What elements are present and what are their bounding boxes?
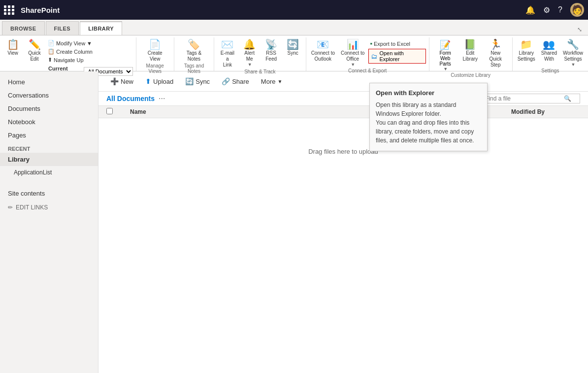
tab-library[interactable]: LIBRARY bbox=[80, 21, 122, 35]
connect-outlook-icon: 📧 bbox=[317, 39, 329, 49]
waffle-icon[interactable] bbox=[4, 5, 15, 15]
sync-label: Sync bbox=[288, 50, 298, 56]
drag-files-label: Drag files here to upload bbox=[308, 148, 378, 155]
new-plus-icon: ➕ bbox=[110, 77, 119, 85]
upload-button[interactable]: ⬆ Upload bbox=[141, 75, 177, 87]
connect-outlook-button[interactable]: 📧 Connect toOutlook bbox=[309, 38, 337, 63]
upload-label: Upload bbox=[153, 78, 173, 85]
view-button[interactable]: 📋 View bbox=[3, 38, 23, 57]
sidebar-item-documents[interactable]: Documents bbox=[0, 102, 98, 115]
sidebar-item-home[interactable]: Home bbox=[0, 75, 98, 89]
more-chevron-icon: ▼ bbox=[277, 79, 282, 84]
library-settings-button[interactable]: 📁 LibrarySettings bbox=[516, 38, 537, 63]
new-quick-step-icon: 🏃 bbox=[490, 39, 502, 49]
export-excel-label: Export to Excel bbox=[374, 41, 410, 47]
share-toolbar-button[interactable]: 🔗 Share bbox=[218, 75, 253, 87]
quick-edit-icon: ✏️ bbox=[29, 39, 41, 49]
create-view-button[interactable]: 📄 CreateView bbox=[145, 38, 165, 63]
connect-office-icon: 📊 bbox=[347, 39, 359, 49]
expand-icon[interactable]: ⤡ bbox=[573, 24, 586, 35]
search-icon[interactable]: 🔍 bbox=[564, 95, 571, 102]
more-toolbar-button[interactable]: More ▼ bbox=[257, 76, 287, 87]
new-item-button[interactable]: ➕ New bbox=[106, 75, 137, 87]
avatar[interactable]: 🧑 bbox=[570, 3, 584, 17]
new-quick-step-button[interactable]: 🏃 New QuickStep bbox=[482, 38, 509, 69]
connect-outlook-label: Connect toOutlook bbox=[311, 50, 335, 62]
sync-button[interactable]: 🔄 Sync bbox=[283, 38, 303, 57]
connect-office-button[interactable]: 📊 Connect toOffice ▼ bbox=[339, 38, 366, 68]
sidebar-item-library[interactable]: Library bbox=[0, 153, 98, 166]
content-toolbar: ➕ New ⬆ Upload 🔄 Sync 🔗 Share More ▼ bbox=[98, 71, 588, 92]
modify-view-col: 📄 Modify View ▼ 📋 Create Column ⬆ Naviga… bbox=[46, 39, 133, 64]
modify-view-btn[interactable]: 📄 Modify View ▼ bbox=[46, 39, 133, 47]
alert-dropdown-icon: ▼ bbox=[248, 62, 252, 67]
top-bar: SharePoint 🔔 ⚙ ? 🧑 bbox=[0, 0, 588, 20]
workflow-settings-icon: 🔧 bbox=[567, 39, 579, 49]
modify-view-dropdown: ▼ bbox=[87, 40, 92, 46]
settings-icon[interactable]: ⚙ bbox=[543, 5, 550, 15]
connect-office-dropdown-icon: ▼ bbox=[351, 62, 355, 67]
sidebar-item-pages[interactable]: Pages bbox=[0, 129, 98, 142]
tags-icon: 🏷️ bbox=[188, 39, 200, 49]
sync-toolbar-button[interactable]: 🔄 Sync bbox=[181, 75, 214, 87]
search-input[interactable] bbox=[485, 95, 564, 102]
create-column-btn[interactable]: 📋 Create Column bbox=[46, 48, 133, 55]
view-icon: 📋 bbox=[7, 39, 19, 49]
export-excel-btn[interactable]: ▪ Export to Excel bbox=[368, 39, 425, 48]
alert-me-button[interactable]: 🔔 AlertMe ▼ bbox=[240, 38, 260, 68]
all-documents-title[interactable]: All Documents bbox=[106, 95, 155, 102]
quick-edit-label: QuickEdit bbox=[28, 50, 41, 62]
form-web-parts-label: Form WebParts bbox=[434, 50, 457, 67]
modify-view-label: Modify View bbox=[56, 40, 85, 46]
settings-group: 📁 LibrarySettings 👥 SharedWith 🔧 Workflo… bbox=[513, 37, 588, 71]
sidebar-item-notebook[interactable]: Notebook bbox=[0, 115, 98, 129]
library-settings-icon: 📁 bbox=[520, 39, 532, 49]
form-web-parts-button[interactable]: 📝 Form WebParts ▼ bbox=[432, 38, 458, 72]
rss-icon: 📡 bbox=[265, 39, 277, 49]
customize-library-group: 📝 Form WebParts ▼ 📗 EditLibrary 🏃 New Qu… bbox=[429, 37, 513, 71]
top-bar-actions: 🔔 ⚙ ? 🧑 bbox=[525, 3, 584, 17]
sidebar-item-conversations[interactable]: Conversations bbox=[0, 89, 98, 102]
email-link-button[interactable]: ✉️ E-mail aLink bbox=[217, 38, 238, 69]
drag-drop-area: Drag files here to upload bbox=[98, 118, 588, 185]
workflow-settings-label: WorkflowSettings bbox=[563, 50, 583, 62]
open-explorer-label: Open with Explorer bbox=[379, 50, 423, 62]
sidebar-item-site-contents[interactable]: Site contents bbox=[0, 187, 98, 200]
export-small-group: ▪ Export to Excel 🗂 Open with Explorer bbox=[368, 38, 425, 64]
open-explorer-btn[interactable]: 🗂 Open with Explorer bbox=[368, 49, 425, 64]
edit-library-button[interactable]: 📗 EditLibrary bbox=[460, 38, 480, 63]
navigate-up-btn[interactable]: ⬆ Navigate Up bbox=[46, 56, 133, 64]
modifiedby-col-header[interactable]: Modified By bbox=[511, 108, 580, 115]
ribbon: 📋 View ✏️ QuickEdit 📄 Modify View ▼ 📋 Cr… bbox=[0, 35, 588, 71]
select-all-checkbox[interactable] bbox=[106, 108, 113, 114]
content-area: ➕ New ⬆ Upload 🔄 Sync 🔗 Share More ▼ All bbox=[98, 71, 588, 373]
edit-library-icon: 📗 bbox=[464, 39, 476, 49]
form-web-dropdown-icon: ▼ bbox=[443, 67, 448, 71]
workflow-settings-button[interactable]: 🔧 WorkflowSettings ▼ bbox=[561, 38, 585, 68]
view-format-group: 📋 View ✏️ QuickEdit 📄 Modify View ▼ 📋 Cr… bbox=[0, 37, 136, 71]
customize-library-inner: 📝 Form WebParts ▼ 📗 EditLibrary 🏃 New Qu… bbox=[432, 37, 509, 72]
alert-me-icon: 🔔 bbox=[243, 39, 256, 49]
shared-with-label: SharedWith bbox=[541, 50, 557, 62]
tags-notes-button[interactable]: 🏷️ Tags &Notes bbox=[184, 38, 204, 63]
tab-files[interactable]: FILES bbox=[46, 21, 79, 35]
create-column-label: Create Column bbox=[56, 49, 93, 55]
shared-with-button[interactable]: 👥 SharedWith bbox=[539, 38, 559, 63]
app-title: SharePoint bbox=[21, 6, 525, 14]
edit-links-button[interactable]: ✏ EDIT LINKS bbox=[0, 200, 98, 215]
email-link-label: E-mail aLink bbox=[219, 50, 236, 68]
quick-edit-button[interactable]: ✏️ QuickEdit bbox=[25, 38, 44, 63]
tooltip-title: Open with Explorer bbox=[376, 89, 481, 97]
search-box[interactable]: 🔍 bbox=[482, 94, 580, 103]
sidebar-item-application-list[interactable]: ApplicationList bbox=[0, 166, 98, 179]
notification-icon[interactable]: 🔔 bbox=[525, 5, 535, 15]
sidebar-recent-header: Recent bbox=[0, 142, 98, 153]
edit-library-label: EditLibrary bbox=[462, 50, 478, 62]
rss-feed-button[interactable]: 📡 RSSFeed bbox=[261, 38, 281, 63]
sync-icon: 🔄 bbox=[287, 39, 299, 49]
new-quick-step-label: New QuickStep bbox=[484, 50, 507, 68]
tab-browse[interactable]: BROWSE bbox=[2, 21, 45, 35]
more-options-dots[interactable]: ··· bbox=[159, 94, 165, 103]
sidebar: Home Conversations Documents Notebook Pa… bbox=[0, 71, 98, 373]
help-icon[interactable]: ? bbox=[558, 5, 562, 14]
